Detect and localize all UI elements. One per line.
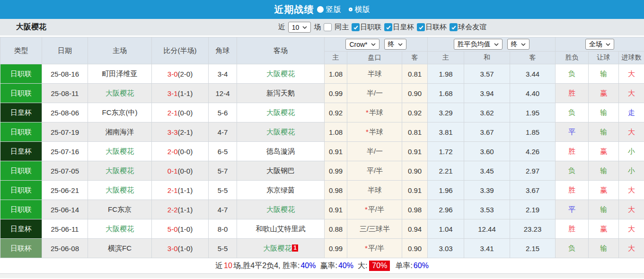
col-score: 比分(半场) bbox=[152, 37, 209, 64]
lose-odds-cell: 2.19 bbox=[510, 200, 556, 219]
subcol-handicap: 盘口 bbox=[347, 52, 402, 64]
odds-period-select[interactable]: 终 bbox=[507, 39, 529, 50]
handicap-cell: 半/一 bbox=[347, 142, 402, 161]
home-team-cell: 大阪樱花 bbox=[88, 84, 152, 103]
away-team-cell: 大阪樱花 bbox=[237, 64, 325, 84]
match-type-cell: 日皇杯 bbox=[0, 103, 42, 122]
handicap-cell: *半球 bbox=[347, 122, 402, 142]
home-team-cell: 大阪樱花 bbox=[88, 142, 152, 161]
home-team-cell: 大阪樱花 bbox=[88, 181, 152, 200]
lose-odds-cell: 2.15 bbox=[510, 239, 556, 258]
home-odds-cell: 0.99 bbox=[325, 239, 347, 258]
result-cell: 胜 bbox=[556, 142, 589, 161]
result-cell: 胜 bbox=[556, 219, 589, 239]
result-cell: 负 bbox=[556, 103, 589, 122]
competition-levain-cup-checkbox[interactable] bbox=[417, 23, 425, 31]
match-date-cell: 25-06-14 bbox=[42, 200, 88, 219]
competition-jleague-label[interactable]: 日职联 bbox=[360, 23, 381, 32]
table-row: 日皇杯 25-08-06 FC东京(中) 2-1(0-0) 5-6 大阪樱花 0… bbox=[0, 103, 644, 122]
table-row: 日职联 25-08-11 大阪樱花 3-1(1-1) 12-4 新泻天鹅 0.9… bbox=[0, 84, 644, 103]
win-rate-value: 40% bbox=[300, 262, 316, 270]
away-odds-cell: 0.91 bbox=[402, 142, 428, 161]
odds-type-select[interactable]: 胜平负均值 bbox=[454, 39, 503, 50]
subcol-win: 主 bbox=[428, 52, 464, 64]
wdl-group-header: 胜平负均值 终 bbox=[428, 37, 556, 52]
away-team-cell: 和歌山艾特里武 bbox=[237, 219, 325, 239]
goals-result-cell: 大 bbox=[619, 122, 644, 142]
competition-emperor-cup-label[interactable]: 日皇杯 bbox=[393, 23, 414, 32]
col-home: 主场 bbox=[88, 37, 152, 64]
away-team-cell: 德岛漩涡 bbox=[237, 142, 325, 161]
handicap-star: * bbox=[365, 244, 368, 252]
lose-odds-cell: 4.26 bbox=[510, 142, 556, 161]
handicap-result-cell: 赢 bbox=[589, 84, 619, 103]
handicap-cell: 半/一 bbox=[347, 84, 402, 103]
handicap-cell: *平/半 bbox=[347, 239, 402, 258]
away-odds-cell: 0.81 bbox=[402, 122, 428, 142]
match-date-cell: 25-07-16 bbox=[42, 142, 88, 161]
summary-text: 近 bbox=[215, 261, 223, 271]
handicap-rate-value: 40% bbox=[338, 262, 353, 270]
filter-bar: 大阪樱花 近 10 场 同主 日职联 日皇杯 日联杯 bbox=[0, 19, 644, 37]
results-tbody: 日职联 25-08-16 町田泽维亚 3-0(2-0) 3-4 大阪樱花 1.0… bbox=[0, 64, 644, 258]
radio-horizontal-layout-icon[interactable] bbox=[349, 8, 353, 11]
competition-jleague-checkbox[interactable] bbox=[352, 23, 360, 31]
result-group-header: 全场 bbox=[556, 37, 644, 52]
goals-result-cell: 大 bbox=[619, 239, 644, 258]
competition-levain-cup-label[interactable]: 日联杯 bbox=[425, 23, 447, 32]
subcol-goals: 进球数 bbox=[619, 52, 644, 64]
table-row: 日职联 25-06-21 大阪樱花 2-1(1-1) 5-5 东京绿茵 0.98… bbox=[0, 181, 644, 200]
goals-result-cell: 走 bbox=[619, 103, 644, 122]
scope-select[interactable]: 全场 bbox=[585, 39, 614, 50]
draw-odds-cell: 3.62 bbox=[464, 103, 510, 122]
same-home-checkbox[interactable] bbox=[324, 23, 332, 31]
subcol-draw: 和 bbox=[464, 52, 510, 64]
goals-result-cell: 大 bbox=[619, 219, 644, 239]
handicap-group-header: Crow* 终 bbox=[325, 37, 428, 52]
home-team-cell: 町田泽维亚 bbox=[88, 64, 152, 84]
bookmaker-select[interactable]: Crow* bbox=[345, 39, 379, 50]
handicap-result-cell: 输 bbox=[589, 122, 619, 142]
competition-emperor-cup-checkbox[interactable] bbox=[384, 23, 392, 31]
corner-cell: 5-5 bbox=[209, 181, 237, 200]
home-odds-cell: 0.88 bbox=[325, 219, 347, 239]
check-icon bbox=[451, 25, 457, 30]
competition-friendly-checkbox[interactable] bbox=[450, 23, 458, 31]
radio-horizontal-label[interactable]: 横版 bbox=[355, 5, 370, 15]
home-team-cell: 大阪樱花 bbox=[88, 161, 152, 181]
win-odds-cell: 2.21 bbox=[428, 161, 464, 181]
bookmaker-period-select[interactable]: 终 bbox=[384, 39, 406, 50]
handicap-star: * bbox=[366, 108, 369, 116]
subcol-handicap-result: 让球 bbox=[589, 52, 619, 64]
corner-cell: 12-4 bbox=[209, 84, 237, 103]
away-team-cell: 新泻天鹅 bbox=[237, 84, 325, 103]
away-odds-cell: 0.92 bbox=[402, 103, 428, 122]
col-corner: 角球 bbox=[209, 37, 237, 64]
goals-result-cell: 大 bbox=[619, 181, 644, 200]
match-type-cell: 日皇杯 bbox=[0, 142, 42, 161]
table-row: 日职联 25-07-05 大阪樱花 0-1(0-0) 5-7 大阪钢巴 0.99… bbox=[0, 161, 644, 181]
match-date-cell: 25-08-11 bbox=[42, 84, 88, 103]
home-team-cell: FC东京(中) bbox=[88, 103, 152, 122]
competition-friendly-label[interactable]: 球会友谊 bbox=[458, 23, 486, 32]
handicap-star: * bbox=[365, 205, 368, 213]
draw-odds-cell: 3.45 bbox=[464, 161, 510, 181]
win-odds-cell: 3.81 bbox=[428, 122, 464, 142]
goals-result-cell: 大 bbox=[619, 200, 644, 219]
draw-odds-cell: 3.94 bbox=[464, 84, 510, 103]
recent-count-select[interactable]: 10 bbox=[288, 22, 311, 33]
home-team-cell: FC东京 bbox=[88, 200, 152, 219]
win-odds-cell: 1.98 bbox=[428, 64, 464, 84]
same-home-label[interactable]: 同主 bbox=[335, 23, 349, 32]
summary-footer: 近 10 场,胜4平2负4, 胜率: 40% 赢率: 40% 大: 70% 单率… bbox=[0, 258, 644, 273]
radio-vertical-layout-icon[interactable] bbox=[317, 6, 324, 13]
corner-cell: 4-7 bbox=[209, 200, 237, 219]
check-icon bbox=[418, 25, 424, 30]
score-cell: 3-3(2-1) bbox=[152, 122, 209, 142]
radio-vertical-label[interactable]: 竖版 bbox=[326, 5, 341, 15]
away-odds-cell: 0.94 bbox=[402, 219, 428, 239]
goals-result-cell: 大 bbox=[619, 64, 644, 84]
lose-odds-cell: 1.85 bbox=[510, 122, 556, 142]
result-cell: 负 bbox=[556, 64, 589, 84]
handicap-cell: 三/三球半 bbox=[347, 219, 402, 239]
